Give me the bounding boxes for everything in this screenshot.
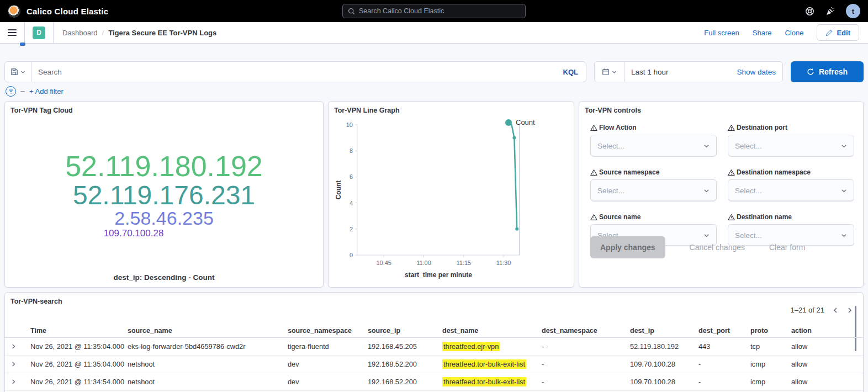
dashboard-badge-letter: D (33, 27, 45, 39)
destination-port-select[interactable]: Select... (728, 135, 854, 157)
chevron-down-icon (703, 188, 710, 194)
app-header: Calico Cloud Elastic Search Calico Cloud… (0, 0, 868, 22)
filter-icon (8, 89, 14, 94)
breadcrumb-separator: / (102, 29, 104, 37)
table-row[interactable]: Nov 26, 2021 @ 11:35:04.000 eks-log-forw… (5, 338, 863, 356)
next-page-icon[interactable] (846, 307, 853, 314)
breadcrumb-dashboard[interactable]: Dashboard (62, 29, 98, 37)
col-proto[interactable]: proto (750, 327, 791, 335)
search-icon (348, 8, 355, 15)
col-dest-name[interactable]: dest_name (442, 327, 542, 335)
table-row[interactable]: Nov 26, 2021 @ 11:35:04.000 netshoot dev… (5, 356, 863, 373)
tag-cloud-panel-title: Tor-VPN Tag Cloud (5, 102, 323, 114)
saved-query-menu-button[interactable] (5, 62, 31, 82)
cancel-changes-button[interactable]: Cancel changes (690, 243, 745, 252)
add-filter-link[interactable]: + Add filter (29, 87, 63, 96)
source-namespace-select[interactable]: Select... (590, 179, 717, 202)
global-search-input[interactable]: Search Calico Cloud Elastic (342, 4, 526, 18)
clear-form-button[interactable]: Clear form (769, 243, 805, 252)
warning-icon (590, 124, 597, 131)
warning-icon (728, 214, 735, 221)
chevron-down-icon (612, 70, 617, 75)
filter-divider (20, 91, 25, 92)
col-action[interactable]: action (791, 327, 858, 335)
col-source-ip[interactable]: source_ip (368, 327, 442, 335)
line-chart: 024681010:4511:0011:1511:30Countstart_ti… (333, 118, 570, 282)
col-source-name[interactable]: source_name (128, 327, 288, 335)
kql-search-input[interactable]: Search KQL (4, 61, 586, 82)
chevron-down-icon (841, 143, 847, 149)
refresh-button-label: Refresh (819, 67, 848, 76)
search-table-panel: Tor-VPN-search 1–21 of 21 Time source_na… (4, 292, 864, 392)
help-icon[interactable] (805, 7, 814, 16)
cell-source-namespace: dev (288, 378, 368, 386)
col-dest-ip[interactable]: dest_ip (630, 327, 698, 335)
tag-dest-ip[interactable]: 2.58.46.235 (114, 209, 214, 228)
cell-time: Nov 26, 2021 @ 11:34:54.000 (30, 378, 128, 386)
apply-changes-button[interactable]: Apply changes (590, 236, 665, 258)
col-source-namespace[interactable]: source_namespace (288, 327, 368, 335)
warning-icon (728, 169, 735, 176)
dashboard-app-badge[interactable]: D (25, 22, 54, 43)
date-quick-select-button[interactable] (595, 62, 624, 82)
destination-namespace-select[interactable]: Select... (728, 179, 854, 202)
menu-button[interactable] (0, 22, 25, 43)
save-query-icon (10, 68, 18, 76)
filter-menu-button[interactable] (6, 86, 16, 97)
control-label: Destination namespace (737, 168, 811, 176)
cell-source-namespace: tigera-fluentd (288, 342, 368, 351)
flow-action-select[interactable]: Select... (590, 135, 717, 157)
legend-label: Count (516, 118, 535, 126)
user-avatar[interactable]: t (846, 4, 860, 18)
cell-dest-name: threatfeed.ejr-vpn (442, 342, 542, 351)
col-dest-port[interactable]: dest_port (698, 327, 750, 335)
tag-dest-ip[interactable]: 52.119.180.192 (65, 151, 263, 181)
cell-dest-ip: 109.70.100.28 (630, 378, 698, 386)
line-graph-panel: Tor-VPN Line Graph 024681010:4511:0011:1… (328, 101, 574, 288)
show-dates-link[interactable]: Show dates (737, 68, 782, 76)
time-range-value[interactable]: Last 1 hour (624, 68, 669, 76)
expand-row-icon[interactable] (10, 343, 30, 349)
col-time[interactable]: Time (30, 327, 128, 335)
refresh-button[interactable]: Refresh (791, 61, 864, 82)
full-screen-link[interactable]: Full screen (704, 29, 739, 37)
control-label: Source namespace (599, 168, 659, 176)
chart-legend-count[interactable]: Count (505, 118, 535, 126)
table-body: Nov 26, 2021 @ 11:35:04.000 eks-log-forw… (5, 338, 863, 391)
svg-text:Count: Count (335, 181, 342, 200)
svg-text:8: 8 (350, 147, 353, 154)
tag-dest-ip[interactable]: 52.119.176.231 (73, 182, 255, 209)
calendar-icon (602, 68, 610, 76)
chevron-down-icon (841, 232, 847, 239)
table-row[interactable]: Nov 26, 2021 @ 11:34:54.000 netshoot dev… (5, 373, 863, 391)
control-destination-namespace: Destination namespace Select... (728, 168, 854, 202)
share-link[interactable]: Share (753, 29, 772, 37)
col-dest-namespace[interactable]: dest_namespace (542, 327, 630, 335)
prev-page-icon[interactable] (832, 307, 839, 314)
svg-text:6: 6 (350, 173, 353, 180)
newsfeed-icon[interactable] (825, 7, 835, 16)
cell-source-name: netshoot (128, 378, 288, 386)
svg-text:11:15: 11:15 (456, 259, 471, 266)
cell-time: Nov 26, 2021 @ 11:35:04.000 (30, 360, 128, 368)
svg-text:10:45: 10:45 (376, 259, 391, 266)
cell-dest-port: - (698, 378, 750, 386)
highlighted-dest-name: threatfeed.ejr-vpn (442, 342, 500, 351)
kql-toggle[interactable]: KQL (563, 68, 586, 76)
clone-link[interactable]: Clone (785, 29, 803, 37)
cell-dest-name: threatfeed.tor-bulk-exit-list (442, 360, 542, 368)
edit-button[interactable]: Edit (817, 24, 859, 41)
expand-row-icon[interactable] (10, 361, 30, 367)
cell-proto: icmp (750, 360, 791, 368)
control-label: Source name (599, 213, 641, 221)
warning-icon (728, 124, 735, 131)
chevron-down-icon (20, 70, 25, 75)
expand-row-icon[interactable] (10, 379, 30, 385)
date-picker[interactable]: Last 1 hour Show dates (594, 61, 783, 82)
pagination: 1–21 of 21 (791, 306, 853, 314)
calico-logo-icon (8, 5, 20, 18)
cell-dest-port: 443 (698, 342, 750, 351)
tag-dest-ip[interactable]: 109.70.100.28 (104, 229, 164, 239)
cell-action: allow (791, 342, 858, 351)
tag-cloud-footer-label: dest_ip: Descending - Count (5, 273, 323, 282)
